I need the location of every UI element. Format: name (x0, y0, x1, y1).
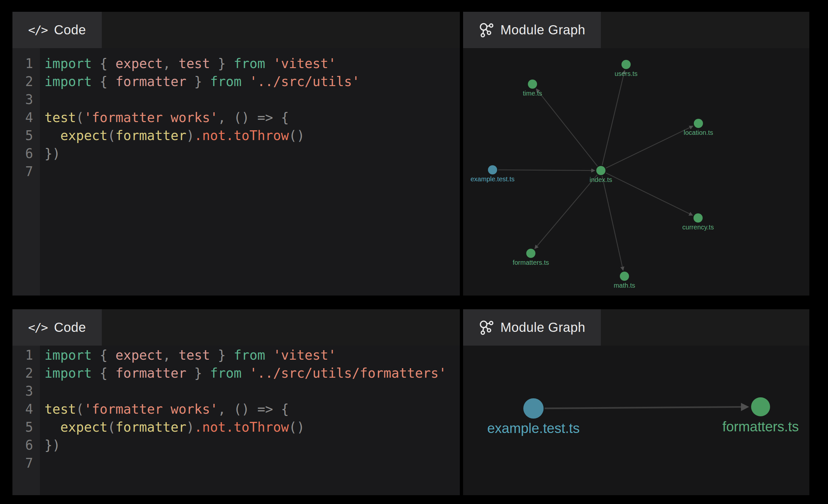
graph-node-formatters.ts[interactable] (751, 397, 770, 416)
graph-node-math.ts[interactable] (620, 271, 629, 281)
line-number: 7 (12, 454, 40, 472)
graph-node-label-currency.ts: currency.ts (682, 223, 714, 231)
graph-node-example.test.ts[interactable] (523, 398, 544, 419)
code-text: expect(formatter).not.toThrow() (40, 127, 305, 145)
code-editor-top: 1import { expect, test } from 'vitest'2i… (12, 48, 460, 296)
graph-node-example.test.ts[interactable] (488, 165, 497, 174)
graph-node-label-location.ts: location.ts (684, 129, 713, 136)
line-number: 4 (12, 400, 40, 418)
graph-node-index.ts[interactable] (596, 166, 606, 175)
line-number: 2 (12, 73, 40, 91)
graph-edge-index.ts-to-users.ts (602, 71, 625, 165)
code-text (40, 454, 44, 472)
tab-module-graph-top[interactable]: Module Graph (463, 12, 601, 48)
line-number: 2 (12, 364, 40, 382)
code-lines-top: 1import { expect, test } from 'vitest'2i… (12, 48, 460, 181)
code-text: import { formatter } from '../src/utils/… (40, 364, 446, 382)
graph-node-label-math.ts: math.ts (614, 282, 635, 289)
module-graph-panel-bottom: Module Graph example.test.tsformatters.t… (463, 309, 809, 495)
tab-module-graph-label: Module Graph (500, 320, 585, 335)
graph-edge-index.ts-to-formatters.ts (535, 175, 597, 248)
code-line: 7 (12, 163, 460, 181)
code-line: 4test('formatter works', () => { (12, 400, 460, 418)
tab-module-graph-bottom[interactable]: Module Graph (463, 309, 601, 346)
module-graph-bottom-header: Module Graph (463, 309, 809, 346)
line-number: 1 (12, 55, 40, 73)
graph-node-users.ts[interactable] (621, 60, 631, 69)
graph-node-label-formatters.ts: formatters.ts (722, 419, 798, 434)
code-text: import { expect, test } from 'vitest' (40, 55, 336, 73)
code-text: test('formatter works', () => { (40, 109, 289, 127)
code-text: import { expect, test } from 'vitest' (40, 346, 336, 364)
code-panel-top: </> Code 1import { expect, test } from '… (12, 12, 460, 296)
graph-node-label-index.ts: index.ts (590, 176, 612, 183)
tab-code-top[interactable]: </> Code (12, 12, 102, 48)
code-text (40, 163, 44, 181)
tab-module-graph-label: Module Graph (500, 23, 585, 37)
line-number: 6 (12, 436, 40, 454)
line-number: 5 (12, 127, 40, 145)
graph-edge-index.ts-to-time.ts (536, 89, 597, 166)
module-graph-icon (479, 23, 494, 38)
module-graph-canvas-bottom[interactable]: example.test.tsformatters.ts (463, 346, 809, 495)
line-number: 5 (12, 418, 40, 436)
code-line: 3 (12, 382, 460, 400)
code-text (40, 382, 44, 400)
line-number: 1 (12, 346, 40, 364)
graph-node-label-example.test.ts: example.test.ts (487, 421, 580, 436)
module-graph-svg-top: users.tstime.tslocation.tsexample.test.t… (463, 48, 809, 296)
code-panel-top-header: </> Code (12, 12, 460, 48)
tab-code-bottom[interactable]: </> Code (12, 309, 102, 346)
graph-node-label-time.ts: time.ts (523, 90, 542, 97)
line-number: 7 (12, 163, 40, 181)
graph-node-time.ts[interactable] (528, 80, 537, 89)
graph-node-label-users.ts: users.ts (615, 70, 637, 77)
graph-node-location.ts[interactable] (694, 119, 703, 128)
graph-node-formatters.ts[interactable] (526, 249, 535, 258)
code-icon: </> (28, 23, 47, 37)
graph-node-label-formatters.ts: formatters.ts (512, 259, 549, 266)
code-panel-bottom: </> Code 1import { expect, test } from '… (12, 309, 460, 495)
line-number: 3 (12, 382, 40, 400)
code-text: }) (40, 436, 60, 454)
module-graph-panel-top: Module Graph users.tstime.tslocation.tse… (463, 12, 809, 296)
code-text: test('formatter works', () => { (40, 400, 289, 418)
code-icon: </> (28, 321, 47, 334)
graph-edge-index.ts-to-currency.ts (606, 173, 692, 215)
code-line: 6}) (12, 436, 460, 454)
code-line: 3 (12, 91, 460, 109)
graph-node-label-example.test.ts: example.test.ts (470, 175, 515, 183)
code-text: expect(formatter).not.toThrow() (40, 418, 305, 436)
module-graph-top-header: Module Graph (463, 12, 809, 48)
code-panel-bottom-header: </> Code (12, 309, 460, 346)
graph-edge-index.ts-to-math.ts (602, 176, 623, 270)
graph-edge-example.test.ts-to-index.ts (498, 170, 595, 170)
graph-node-currency.ts[interactable] (694, 213, 703, 222)
code-line: 6}) (12, 145, 460, 163)
graph-edge-example.test.ts-to-formatters.ts (545, 407, 747, 408)
code-editor-bottom: 1import { expect, test } from 'vitest'2i… (12, 346, 460, 495)
code-line: 2import { formatter } from '../src/utils… (12, 73, 460, 91)
code-line: 7 (12, 454, 460, 472)
code-line: 5 expect(formatter).not.toThrow() (12, 418, 460, 436)
tab-code-label: Code (54, 23, 86, 37)
code-line: 4test('formatter works', () => { (12, 109, 460, 127)
tab-code-label: Code (54, 320, 86, 335)
module-graph-icon (479, 320, 494, 335)
code-line: 1import { expect, test } from 'vitest' (12, 346, 460, 364)
module-graph-svg-bottom: example.test.tsformatters.ts (463, 346, 809, 495)
line-number: 3 (12, 91, 40, 109)
code-line: 1import { expect, test } from 'vitest' (12, 55, 460, 73)
code-text: }) (40, 145, 60, 163)
code-line: 2import { formatter } from '../src/utils… (12, 364, 460, 382)
code-lines-bottom: 1import { expect, test } from 'vitest'2i… (12, 346, 460, 472)
code-text (40, 91, 44, 109)
vitest-ui-screenshot: </> Code 1import { expect, test } from '… (0, 0, 828, 504)
graph-edge-index.ts-to-location.ts (606, 126, 693, 168)
module-graph-canvas-top[interactable]: users.tstime.tslocation.tsexample.test.t… (463, 48, 809, 296)
code-line: 5 expect(formatter).not.toThrow() (12, 127, 460, 145)
line-number: 4 (12, 109, 40, 127)
line-number: 6 (12, 145, 40, 163)
code-text: import { formatter } from '../src/utils' (40, 73, 360, 91)
